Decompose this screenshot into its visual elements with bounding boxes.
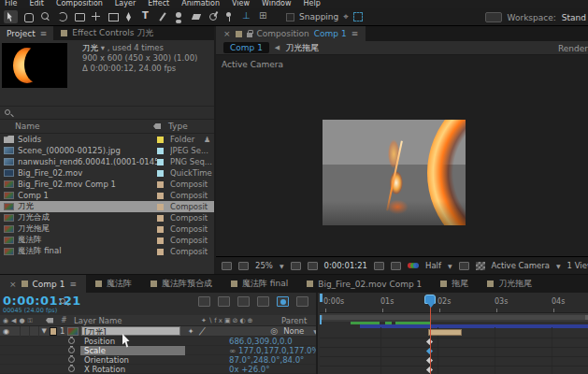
snap-to-icon[interactable]: ⌖ [343,11,349,22]
property-name[interactable]: Scale [80,346,185,355]
zoom-dropdown-icon[interactable]: ▼ [280,263,284,269]
lock-icon[interactable] [247,33,252,37]
project-item-row[interactable]: Big_Fire_02.mov QuickTime ♟ [0,167,214,179]
column-name[interactable]: Name [15,122,153,131]
panel-menu-icon[interactable]: ≡ [40,29,48,38]
layer-label-swatch[interactable] [50,327,57,336]
stopwatch-icon[interactable] [68,338,75,344]
parent-dropdown[interactable]: None ▼ [283,326,318,336]
tool-button[interactable] [37,10,51,23]
menu-item[interactable]: View [232,0,250,7]
resolution-select[interactable]: Half [425,261,441,270]
timeline-tab[interactable]: × 魔法阵预合成 ≡ [141,275,222,293]
item-label-swatch[interactable] [157,148,164,154]
property-value[interactable]: ∞686.0,309.0,0.0 [229,337,293,346]
quality-icon[interactable]: ╱ [199,326,205,336]
property-name[interactable]: Orientation [80,355,133,365]
renderer-button[interactable]: Render [558,44,588,53]
tab-project[interactable]: Project ≡ [0,26,53,40]
project-item-row[interactable]: 刀光 Composit ♟ [0,201,214,212]
breadcrumb-prev[interactable]: Comp 1 [223,42,269,53]
tool-button[interactable] [71,10,85,23]
chevron-down-icon[interactable]: ▾ [101,43,105,52]
composition-flowchart-icon[interactable] [198,296,210,307]
view-layout-select[interactable]: 1 View [567,261,588,270]
tool-button[interactable] [21,10,35,23]
layer-duration-bar[interactable] [428,329,462,336]
property-name[interactable]: Position [80,337,119,346]
expander-icon[interactable]: ▼ [39,327,50,335]
tool-button[interactable] [239,10,253,23]
item-label-swatch[interactable] [157,215,164,222]
project-item-row[interactable]: 魔法阵 final Composit ♟ [0,246,214,257]
workspace-value[interactable]: Stand [562,13,586,22]
stopwatch-icon[interactable] [68,347,75,353]
close-icon[interactable]: × [9,280,17,289]
timeline-right-pane[interactable]: 0:00s01s02s03s04s [320,293,588,374]
project-item-row[interactable]: Big_Fire_02.mov Comp 1 Composit ♟ [0,179,214,190]
safe-margins-icon[interactable] [291,262,301,270]
property-row[interactable]: Scale ∞177.0,177.0,177.0% [0,346,318,355]
tab-effect-controls[interactable]: Effect Controls 刀光 [53,26,161,40]
property-value[interactable]: ∞0x +26.0° [229,365,269,374]
item-label-swatch[interactable] [157,181,164,188]
project-item-row[interactable]: nanwushi_rend6.00041.(0001-0145).png PNG… [0,156,214,167]
region-of-interest-icon[interactable] [459,262,469,270]
workspace-icon[interactable] [485,12,502,22]
project-item-row[interactable]: 刀光合成 Composit ♟ [0,212,214,223]
time-ruler[interactable]: 0:00s01s02s03s04s [320,293,588,313]
tool-button[interactable] [4,10,18,23]
tool-button[interactable] [138,10,152,23]
tool-button[interactable] [222,10,237,23]
tool-button[interactable] [54,10,68,23]
current-timecode[interactable]: 0:00:01:21 [3,294,81,308]
motion-blur-icon[interactable] [277,296,289,307]
tool-button[interactable] [256,10,270,23]
eye-icon[interactable]: ◉ [3,327,12,336]
menu-item[interactable]: Animation [181,0,220,7]
timeline-tab[interactable]: × 魔法阵 final ≡ [222,275,297,293]
item-label-swatch[interactable] [157,193,164,199]
item-label-swatch[interactable] [157,249,164,255]
frame-blending-icon[interactable] [257,296,269,307]
lock-cell[interactable] [30,326,39,337]
project-item-row[interactable]: Scene_(00000-00125).jpg JPEG Se... ♟ [0,145,214,156]
layer-row[interactable]: ◉ ▼ 1 [刀光] ✦ ╱ ◎ None ▼ [0,326,318,337]
composition-viewer[interactable]: Active Camera [216,55,588,256]
panel-menu-icon[interactable]: ≡ [69,280,77,289]
snap-mask-icon[interactable] [353,12,363,22]
property-name[interactable]: X Rotation [80,365,129,374]
magnification-icon[interactable] [238,262,249,270]
property-row[interactable]: Orientation ∞87.0°,248.0°,84.0° [0,355,318,365]
menu-item[interactable]: Help [304,0,321,7]
item-label-swatch[interactable] [157,170,164,177]
viewer-timecode[interactable]: 0:00:01:21 [324,261,367,270]
camera-select[interactable]: Active Camera [492,261,550,270]
timeline-tab[interactable]: × 刀光拖尾 ≡ [478,275,541,293]
tool-button[interactable] [105,10,119,23]
property-row[interactable]: X Rotation ∞0x +26.0° [0,365,318,374]
menu-item[interactable]: File [5,0,17,7]
navigator-handle[interactable] [320,294,323,302]
resolution-dropdown-icon[interactable]: ▼ [448,263,452,269]
menu-item[interactable]: Layer [115,0,136,7]
timeline-tab[interactable]: × Comp 1 ≡ [0,275,86,293]
stopwatch-icon[interactable] [68,366,75,372]
timeline-search-icon[interactable] [60,298,65,304]
transparency-grid-icon[interactable] [476,262,485,270]
draft-3d-icon[interactable] [218,296,230,307]
tool-button[interactable] [88,10,102,23]
layer-name[interactable]: [刀光] [81,326,180,336]
show-channel-icon[interactable] [408,262,419,270]
work-area-bar[interactable] [320,313,588,322]
show-snapshot-icon[interactable] [391,262,401,270]
zoom-level[interactable]: 25% [255,261,273,270]
shy-layers-icon[interactable] [237,296,250,307]
track-area[interactable] [320,327,588,374]
item-label-swatch[interactable] [157,226,164,233]
menu-item[interactable]: Window [262,0,292,7]
snapshot-icon[interactable] [374,262,384,270]
audio-cell[interactable] [12,326,22,337]
menu-item[interactable]: Edit [29,0,44,7]
column-parent[interactable]: Parent [281,316,307,325]
